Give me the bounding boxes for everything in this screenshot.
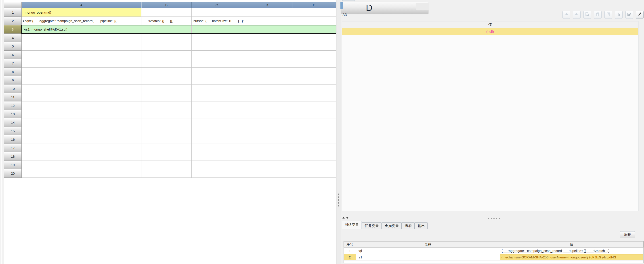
cell-B1[interactable]: [141, 8, 192, 17]
cell-C18[interactable]: [192, 152, 242, 161]
collapse-down-icon[interactable]: [346, 217, 348, 219]
cell-A19[interactable]: [22, 161, 141, 169]
cell-E5[interactable]: [292, 42, 336, 51]
row-header-5[interactable]: 5: [4, 42, 22, 51]
cell-D1[interactable]: [242, 8, 292, 17]
cell-D10[interactable]: [242, 85, 292, 93]
cell-B15[interactable]: [141, 127, 192, 135]
row-header-9[interactable]: 9: [4, 76, 22, 85]
cell-B11[interactable]: [141, 93, 192, 102]
cell-E8[interactable]: [292, 68, 336, 76]
cell-C3[interactable]: [192, 25, 242, 34]
cell-C14[interactable]: [192, 118, 242, 127]
cell-B2[interactable]: '$match': {} }],: [141, 17, 192, 25]
preview-button[interactable]: [584, 11, 591, 19]
list-button[interactable]: [604, 11, 612, 19]
cell-A6[interactable]: [22, 51, 141, 59]
cell-E16[interactable]: [292, 135, 336, 144]
cell-A1[interactable]: =mongo_open(md): [22, 8, 141, 17]
cell-C15[interactable]: [192, 127, 242, 135]
cell-D20[interactable]: [242, 169, 292, 178]
cell-E11[interactable]: [292, 93, 336, 102]
value-null-row[interactable]: (null): [342, 28, 638, 35]
variable-sql-name[interactable]: sql: [356, 248, 500, 254]
variable-rs1-val[interactable]: {mechanism=SCRAM-SHA-256, userName='mong…: [500, 254, 644, 261]
cell-E6[interactable]: [292, 51, 336, 59]
tab-任务变量[interactable]: 任务变量: [362, 222, 382, 229]
cell-E15[interactable]: [292, 127, 336, 135]
tab-输出[interactable]: 输出: [415, 222, 428, 229]
cell-E3[interactable]: [292, 25, 336, 34]
cell-D13[interactable]: [242, 110, 292, 118]
cell-C16[interactable]: [192, 135, 242, 144]
cell-D4[interactable]: [242, 34, 292, 42]
cell-E18[interactable]: [292, 152, 336, 161]
pin-button[interactable]: [636, 11, 644, 19]
cell-C1[interactable]: [192, 8, 242, 17]
row-header-11[interactable]: 11: [4, 93, 22, 102]
row-header-7[interactable]: 7: [4, 59, 22, 68]
row-header-18[interactable]: 18: [4, 152, 22, 161]
collapse-up-icon[interactable]: [342, 217, 345, 219]
cell-A18[interactable]: [22, 152, 141, 161]
variable-sql-num[interactable]: 1: [344, 248, 356, 254]
row-header-13[interactable]: 13: [4, 110, 22, 118]
cell-B16[interactable]: [141, 135, 192, 144]
tab-网格变量[interactable]: 网格变量: [342, 221, 362, 229]
cell-C20[interactable]: [192, 169, 242, 178]
cell-D8[interactable]: [242, 68, 292, 76]
cell-C6[interactable]: [192, 51, 242, 59]
cell-D15[interactable]: [242, 127, 292, 135]
cell-B10[interactable]: [141, 85, 192, 93]
row-header-4[interactable]: 4: [4, 34, 22, 42]
cell-A2[interactable]: >sql="{ 'aggregate': 'campaign_scan_reco…: [22, 17, 141, 25]
forward-button[interactable]: [573, 11, 580, 19]
cell-C13[interactable]: [192, 110, 242, 118]
left-edge-splitter[interactable]: [0, 0, 4, 264]
cell-D14[interactable]: [242, 118, 292, 127]
row-header-19[interactable]: 19: [4, 161, 22, 169]
variable-rs1-name[interactable]: rs1: [356, 254, 500, 261]
horizontal-drag-handle-icon[interactable]: [488, 218, 500, 219]
cell-B6[interactable]: [141, 51, 192, 59]
draw-button[interactable]: [626, 11, 633, 19]
cell-D19[interactable]: [242, 161, 292, 169]
cell-A17[interactable]: [22, 144, 141, 152]
row-header-10[interactable]: 10: [4, 85, 22, 93]
chart-button[interactable]: [615, 11, 622, 19]
panel-splitter[interactable]: [336, 0, 341, 264]
back-button[interactable]: [562, 11, 570, 19]
cell-E19[interactable]: [292, 161, 336, 169]
cell-D12[interactable]: [242, 102, 292, 110]
column-header-B[interactable]: B: [141, 2, 192, 8]
row-header-17[interactable]: 17: [4, 144, 22, 152]
cell-D16[interactable]: [242, 135, 292, 144]
cell-B18[interactable]: [141, 152, 192, 161]
cell-A14[interactable]: [22, 118, 141, 127]
tab-全局变量[interactable]: 全局变量: [382, 222, 402, 229]
cell-C12[interactable]: [192, 102, 242, 110]
row-header-8[interactable]: 8: [4, 68, 22, 76]
cell-B4[interactable]: [141, 34, 192, 42]
cell-B20[interactable]: [141, 169, 192, 178]
cell-C11[interactable]: [192, 93, 242, 102]
cell-C4[interactable]: [192, 34, 242, 42]
variable-sql-val[interactable]: { 'aggregate': 'campaign_scan_record', '…: [500, 248, 644, 254]
cell-D5[interactable]: [242, 42, 292, 51]
cell-C5[interactable]: [192, 42, 242, 51]
cell-D11[interactable]: [242, 93, 292, 102]
panel-collapse-control[interactable]: [342, 217, 351, 219]
cell-A12[interactable]: [22, 102, 141, 110]
cell-B3[interactable]: [141, 25, 192, 34]
tab-查看[interactable]: 查看: [402, 222, 414, 229]
cell-A8[interactable]: [22, 68, 141, 76]
cell-C9[interactable]: [192, 76, 242, 85]
cell-E1[interactable]: [292, 8, 336, 17]
row-header-20[interactable]: 20: [4, 169, 22, 178]
cell-E17[interactable]: [292, 144, 336, 152]
row-header-15[interactable]: 15: [4, 127, 22, 135]
cell-C17[interactable]: [192, 144, 242, 152]
cell-E9[interactable]: [292, 76, 336, 85]
cell-A5[interactable]: [22, 42, 141, 51]
cell-D3[interactable]: [242, 25, 292, 34]
